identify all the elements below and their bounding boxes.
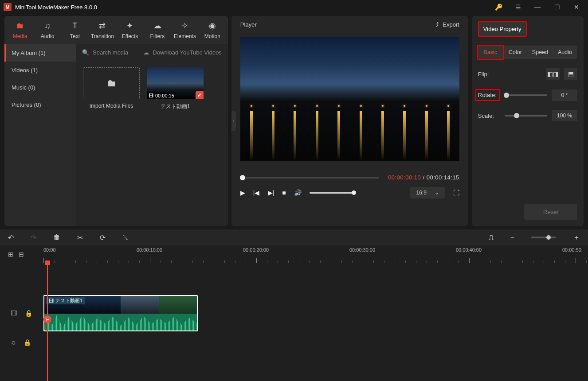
- fullscreen-button[interactable]: ⛶: [453, 189, 459, 196]
- tab-elements[interactable]: ✧Elements: [171, 16, 199, 44]
- scissors-icon: ✂: [43, 315, 51, 323]
- snap-button[interactable]: ⎍: [489, 233, 494, 241]
- import-media-tile[interactable]: 🖿 Import Media Files: [83, 67, 140, 110]
- sidebar-item-videos[interactable]: Videos (1): [4, 62, 76, 79]
- scale-value[interactable]: 100 %: [552, 110, 577, 121]
- audio-track-icon: ♫: [11, 339, 16, 346]
- sidebar-item-album[interactable]: My Album (1): [4, 44, 76, 62]
- maximize-button[interactable]: ☐: [549, 0, 565, 14]
- aspect-value: 16:9: [416, 190, 427, 196]
- audio-track[interactable]: ♫ 🔒: [0, 332, 588, 353]
- elements-icon: ✧: [181, 21, 188, 31]
- speed-button[interactable]: ⟳: [100, 233, 106, 242]
- delete-button[interactable]: 🗑: [53, 233, 60, 241]
- ruler-t0: 00:00: [43, 247, 56, 253]
- search-input[interactable]: Search media: [93, 49, 128, 56]
- folder-icon: 🖿: [106, 78, 116, 89]
- ruler-t5: 00:00:50:: [562, 247, 583, 253]
- tab-audio[interactable]: ♫Audio: [34, 16, 61, 44]
- subtab-basic[interactable]: Basic: [477, 45, 504, 60]
- timeline-tracks: ✂ 🎞 🔒 🎞テスト動画1 ♫ 🔒: [0, 263, 588, 381]
- subtab-speed[interactable]: Speed: [528, 46, 553, 59]
- ruler-t1: 00:00:10:00: [137, 247, 162, 253]
- zoom-out-button[interactable]: −: [510, 233, 514, 241]
- minimize-button[interactable]: —: [529, 0, 545, 14]
- tab-media[interactable]: 🖿Media: [6, 16, 34, 44]
- tab-text-label: Text: [70, 33, 80, 39]
- media-pane: 🔍 Search media ☁ Download YouTube Videos…: [76, 44, 228, 226]
- split-button[interactable]: ✂: [77, 233, 83, 242]
- waveform: [44, 314, 197, 330]
- tab-elements-label: Elements: [174, 33, 196, 39]
- volume-icon[interactable]: 🔊: [294, 189, 302, 196]
- stop-button[interactable]: ■: [282, 189, 286, 196]
- time-display: 00:00:00:10 / 00:00:14:15: [388, 174, 459, 181]
- redo-button[interactable]: ↷: [31, 233, 36, 242]
- undo-button[interactable]: ↶: [8, 233, 14, 242]
- tab-media-label: Media: [13, 33, 27, 39]
- flip-horizontal-button[interactable]: ◧◨: [546, 68, 560, 80]
- video-track[interactable]: 🎞 🔒 🎞テスト動画1: [0, 294, 588, 332]
- zoom-slider[interactable]: [531, 237, 556, 238]
- seek-slider[interactable]: [240, 177, 379, 179]
- zoom-in-button[interactable]: ＋: [573, 233, 580, 242]
- play-button[interactable]: ▶: [240, 189, 245, 196]
- reset-button[interactable]: Reset: [524, 204, 577, 220]
- next-frame-button[interactable]: ▶|: [268, 189, 274, 196]
- effects-icon: ✦: [126, 21, 133, 31]
- text-icon: T: [72, 21, 77, 31]
- ruler-t3: 00:00:30:00: [349, 247, 375, 253]
- timeline-clip[interactable]: 🎞テスト動画1: [43, 295, 198, 331]
- upgrade-icon[interactable]: 🔑: [490, 0, 506, 14]
- rotate-slider[interactable]: [505, 94, 547, 96]
- tab-audio-label: Audio: [41, 33, 55, 39]
- motion-icon: ◉: [209, 21, 216, 31]
- tab-motion-label: Motion: [204, 33, 220, 39]
- export-button[interactable]: ⤴ Export: [436, 21, 459, 28]
- tab-motion[interactable]: ◉Motion: [199, 16, 226, 44]
- film-icon: 🎞: [149, 93, 153, 98]
- scale-slider[interactable]: [505, 115, 547, 117]
- player-panel: Player ⤴ Export 00:00:00:10 / 00:00:14:1…: [231, 16, 468, 226]
- tab-transition[interactable]: ⇄Transition: [89, 16, 116, 44]
- add-track-button[interactable]: ⊞: [8, 251, 13, 258]
- lock-icon[interactable]: 🔒: [24, 339, 31, 346]
- tab-filters[interactable]: ☁Filters: [144, 16, 171, 44]
- clip-name-label: テスト動画1: [161, 103, 190, 110]
- subtab-color[interactable]: Color: [503, 46, 528, 59]
- remove-track-button[interactable]: ⊟: [19, 251, 24, 258]
- media-sidebar: My Album (1) Videos (1) Music (0) Pictur…: [4, 44, 76, 226]
- crop-button[interactable]: ␀: [122, 233, 128, 241]
- tab-text[interactable]: TText: [61, 16, 89, 44]
- panel-expand-handle[interactable]: ›: [231, 111, 236, 131]
- prev-frame-button[interactable]: |◀: [253, 189, 260, 196]
- subtab-audio[interactable]: Audio: [553, 46, 577, 59]
- film-icon: 🎞: [49, 298, 54, 303]
- aspect-ratio-select[interactable]: 16:9 ⌄: [410, 187, 445, 198]
- library-panel: 🖿Media ♫Audio TText ⇄Transition ✦Effects…: [4, 16, 228, 226]
- tab-filters-label: Filters: [150, 33, 165, 39]
- export-icon: ⤴: [436, 21, 439, 28]
- lock-icon[interactable]: 🔒: [25, 310, 32, 317]
- property-subtabs: Basic Color Speed Audio: [478, 46, 577, 59]
- ruler-scale[interactable]: 00:00 00:00:10:00 00:00:20:00 00:00:30:0…: [43, 245, 588, 263]
- flip-vertical-button[interactable]: ⬒: [564, 68, 577, 80]
- volume-slider[interactable]: [310, 192, 354, 194]
- preview-viewport[interactable]: [240, 37, 459, 161]
- app-title: MiniTool MovieMaker Free 8.0.0: [15, 4, 97, 11]
- folder-icon: 🖿: [16, 21, 24, 31]
- chevron-down-icon: ⌄: [435, 190, 439, 196]
- download-youtube-link[interactable]: Download YouTube Videos: [153, 49, 221, 56]
- titlebar: M MiniTool MovieMaker Free 8.0.0 🔑 ☰ — ☐…: [0, 0, 588, 14]
- export-label: Export: [443, 21, 459, 28]
- media-clip-tile[interactable]: 🎞00:00:15 ✔ テスト動画1: [147, 67, 204, 110]
- rotate-value[interactable]: 0 °: [552, 89, 577, 101]
- tab-effects[interactable]: ✦Effects: [116, 16, 144, 44]
- menu-icon[interactable]: ☰: [510, 0, 526, 14]
- sidebar-item-pictures[interactable]: Pictures (0): [4, 96, 76, 113]
- flip-label: Flip:: [478, 71, 500, 78]
- video-property-tab[interactable]: Video Property: [478, 21, 527, 37]
- sidebar-item-music[interactable]: Music (0): [4, 79, 76, 96]
- close-button[interactable]: ✕: [568, 0, 584, 14]
- filters-icon: ☁: [153, 21, 161, 31]
